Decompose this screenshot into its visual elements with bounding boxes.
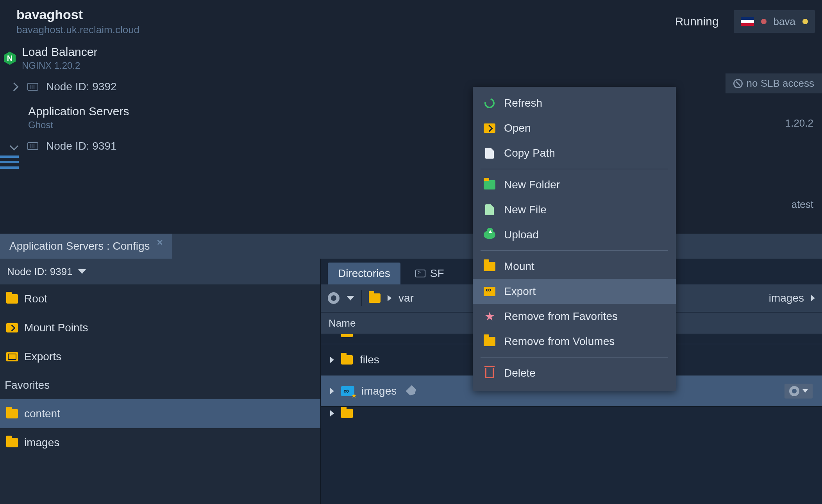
file-name: images: [361, 385, 397, 397]
expand-caret-icon[interactable]: [330, 357, 334, 363]
tag-text-right: atest: [792, 198, 813, 211]
tab-directories-label: Directories: [338, 267, 390, 280]
gear-icon: [789, 386, 799, 396]
sidebar-item-label: Exports: [24, 350, 61, 363]
context-menu: Refresh Open Copy Path New Folder New Fi…: [473, 87, 676, 391]
sidebar-item-label: Mount Points: [24, 322, 88, 334]
tag-icon[interactable]: [406, 385, 418, 397]
folder-mount-icon: [6, 323, 18, 332]
node-icon: [27, 142, 38, 150]
ctx-label: Copy Path: [504, 147, 555, 159]
ctx-remove-volumes[interactable]: Remove from Volumes: [473, 329, 676, 354]
sidebar-item-exports[interactable]: Exports: [0, 342, 320, 371]
trash-icon: [485, 368, 494, 378]
sidebar-item-label: Root: [24, 293, 47, 305]
sidebar-tree: Root Mount Points Exports Favorites cont…: [0, 284, 320, 504]
no-entry-icon: [733, 79, 743, 88]
ctx-open[interactable]: Open: [473, 116, 676, 141]
tab-sftp-label-partial: SF: [430, 267, 444, 280]
app-servers-title: Application Servers: [28, 105, 129, 118]
file-name: files: [360, 354, 379, 366]
ctx-upload[interactable]: Upload: [473, 222, 676, 247]
folder-icon: [484, 337, 495, 346]
status-dot-yellow-icon: [802, 19, 808, 24]
chevron-down-icon: [10, 142, 19, 151]
toolbar-gear-caret-icon: [347, 296, 354, 300]
load-balancer-subtitle: NGINX 1.20.2: [22, 60, 97, 71]
breadcrumb-images[interactable]: images: [769, 292, 804, 304]
ctx-export[interactable]: Export: [473, 279, 676, 304]
load-balancer-title: Load Balancer: [22, 45, 97, 59]
ctx-new-file[interactable]: New File: [473, 197, 676, 222]
folder-open-icon: [484, 123, 495, 133]
app-servers-node-row[interactable]: Node ID: 9391: [0, 134, 822, 158]
tab-directories[interactable]: Directories: [328, 263, 400, 284]
sidebar-item-mount-points[interactable]: Mount Points: [0, 313, 320, 342]
menu-separator: [481, 250, 668, 251]
ctx-label: Open: [504, 122, 531, 134]
ctx-label: Export: [504, 285, 536, 298]
owner-label: bava: [774, 16, 795, 28]
no-slb-access-text: no SLB access: [747, 77, 814, 89]
ctx-label: Remove from Volumes: [504, 335, 615, 348]
expand-caret-icon[interactable]: [330, 388, 334, 394]
app-servers-subtitle: Ghost: [28, 120, 129, 130]
ctx-refresh[interactable]: Refresh: [473, 91, 676, 116]
ctx-label: Remove from Favorites: [504, 310, 618, 323]
no-slb-access-badge: no SLB access: [726, 73, 822, 93]
folder-icon: [341, 409, 353, 418]
sidebar-item-images[interactable]: images: [0, 428, 320, 457]
topology-tree: N Load Balancer NGINX 1.20.2 Node ID: 93…: [0, 41, 822, 158]
sidebar-section-favorites: Favorites: [0, 371, 320, 399]
folder-icon: [6, 409, 18, 418]
load-balancer-node-label: Node ID: 9392: [46, 80, 117, 93]
tab-configs[interactable]: Application Servers : Configs ×: [0, 234, 172, 259]
expand-caret-icon[interactable]: [330, 410, 334, 416]
folder-icon: [6, 294, 18, 304]
ctx-mount[interactable]: Mount: [473, 254, 676, 279]
sidebar-item-label: content: [24, 407, 60, 420]
refresh-icon: [482, 96, 497, 110]
toolbar-gear-button[interactable]: [328, 292, 340, 304]
header-info-chips: bava: [734, 10, 815, 33]
version-text-right: 1.20.2: [785, 117, 813, 129]
environment-name: bavaghost: [16, 7, 675, 22]
ctx-label: Refresh: [504, 97, 542, 109]
sidebar-item-root[interactable]: Root: [0, 284, 320, 313]
sidebar-item-label: images: [24, 436, 59, 449]
status-dot-red-icon: [761, 19, 767, 24]
file-row-truncated-bottom[interactable]: [321, 406, 822, 420]
app-servers-group[interactable]: Application Servers Ghost: [0, 101, 822, 134]
ctx-remove-favorites[interactable]: ★ Remove from Favorites: [473, 304, 676, 329]
document-icon: [485, 148, 494, 159]
folder-icon: [341, 334, 353, 337]
breadcrumb-var[interactable]: var: [398, 292, 414, 304]
app-servers-icon: [0, 155, 19, 172]
menu-separator: [481, 357, 668, 357]
sidebar-item-content[interactable]: content: [0, 399, 320, 428]
app-servers-node-label: Node ID: 9391: [46, 140, 117, 152]
ctx-label: Upload: [504, 229, 539, 241]
environment-header: bavaghost bavaghost.uk.reclaim.cloud Run…: [0, 0, 822, 41]
row-actions-button[interactable]: [784, 384, 813, 399]
tab-close-button[interactable]: ×: [157, 236, 163, 248]
favorite-folder-icon: [341, 386, 354, 396]
environment-domain: bavaghost.uk.reclaim.cloud: [16, 24, 675, 36]
ctx-delete[interactable]: Delete: [473, 361, 676, 386]
panel-tab-strip: Application Servers : Configs ×: [0, 234, 822, 259]
node-icon: [27, 83, 38, 91]
load-balancer-group[interactable]: N Load Balancer NGINX 1.20.2: [0, 41, 822, 75]
tab-sftp[interactable]: SF: [405, 263, 454, 284]
dropdown-caret-icon: [802, 389, 808, 393]
load-balancer-node-row[interactable]: Node ID: 9392: [0, 75, 822, 98]
breadcrumb-root-icon[interactable]: [369, 293, 381, 303]
divider: [361, 290, 362, 306]
node-selector[interactable]: Node ID: 9391: [0, 259, 320, 284]
folder-export-icon: [484, 287, 495, 296]
ctx-new-folder[interactable]: New Folder: [473, 172, 676, 197]
ctx-copy-path[interactable]: Copy Path: [473, 141, 676, 166]
configs-sidebar: Node ID: 9391 Root Mount Points Exports …: [0, 259, 320, 504]
ctx-label: Mount: [504, 260, 534, 273]
breadcrumb-separator-icon: [388, 295, 391, 301]
terminal-icon: [415, 270, 425, 277]
